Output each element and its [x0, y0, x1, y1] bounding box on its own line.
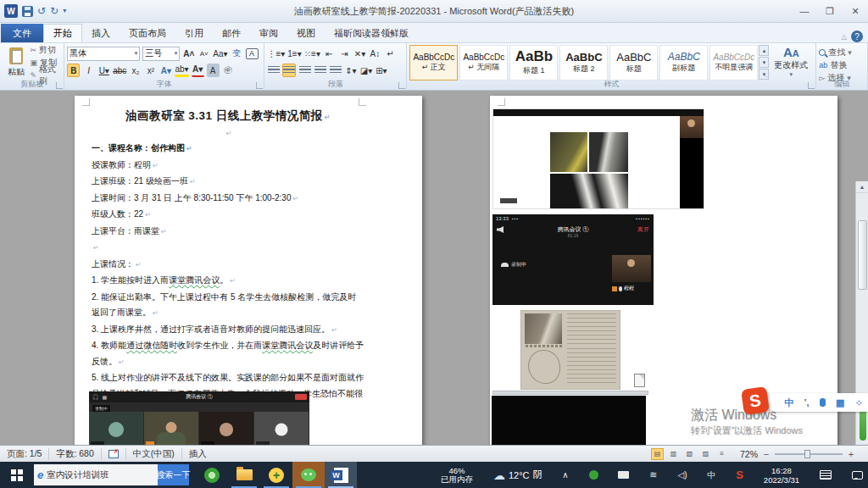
zoom-slider[interactable] [775, 453, 843, 455]
styles-gallery-scroll[interactable]: ▲▼▼̱ [759, 45, 769, 80]
zoom-out-button[interactable]: − [761, 449, 771, 459]
file-tab[interactable]: 文件 [1, 24, 43, 42]
numbering-button[interactable]: 1≡▾ [287, 47, 301, 60]
taskbar-app-explorer[interactable] [228, 462, 260, 488]
bold-button[interactable]: B [67, 64, 80, 77]
scrollbar-thumb[interactable] [858, 220, 867, 290]
ime-indicator[interactable]: 中 [707, 469, 715, 481]
underline-button[interactable]: U▾ [97, 64, 110, 77]
insert-mode-indicator[interactable]: 插入 [182, 448, 214, 460]
style-item-标题1[interactable]: AaBb标题 1 [509, 45, 558, 80]
punctuation-icon[interactable]: ’, [804, 397, 809, 408]
message-list-icon[interactable] [820, 470, 832, 480]
line-spacing-button[interactable]: ⇕▾ [344, 64, 357, 77]
taskbar-app-utility[interactable]: + [260, 462, 292, 488]
tab-开始[interactable]: 开始 [43, 24, 82, 42]
zoom-level[interactable]: 72% [740, 449, 758, 459]
taskbar-clock[interactable]: 16:28 2022/3/31 [764, 466, 799, 485]
text-effects-button[interactable]: A▾ [159, 64, 172, 77]
tab-引用[interactable]: 引用 [175, 24, 213, 42]
web-layout-view-button[interactable]: ▧ [683, 448, 696, 460]
zoom-in-button[interactable]: + [846, 449, 856, 459]
sogou-tray-icon[interactable]: S [736, 469, 743, 481]
volume-icon[interactable]: ◁) [677, 470, 687, 480]
replace-button[interactable]: ab替换 [819, 60, 865, 71]
minimize-button[interactable]: — [792, 3, 817, 19]
strikethrough-button[interactable]: abc [113, 64, 126, 77]
search-go-button[interactable]: 搜索一下 [158, 464, 189, 485]
redo-icon[interactable]: ↻ [50, 6, 58, 16]
weather-widget[interactable]: ☁ 12°C 阴 [493, 469, 542, 482]
tab-页面布局[interactable]: 页面布局 [120, 24, 175, 42]
change-styles-button[interactable]: AA 更改样式 ▾ [769, 44, 813, 81]
maximize-button[interactable]: ❐ [817, 3, 843, 19]
italic-button[interactable]: I [82, 64, 95, 77]
taskbar-app-word[interactable] [325, 462, 357, 488]
tray-expand-icon[interactable]: ∧ [562, 470, 568, 480]
shading-button[interactable]: ◪▾ [359, 64, 372, 77]
show-marks-button[interactable]: ↵ [384, 47, 397, 60]
language-indicator[interactable]: 中文(中国) [126, 448, 182, 460]
superscript-button[interactable]: x² [144, 64, 157, 77]
collapse-ribbon-icon[interactable]: △ [842, 33, 847, 41]
soft-keyboard-icon[interactable]: ▦ [836, 397, 844, 408]
style-item-副标题[interactable]: AaBbC副标题 [659, 45, 708, 80]
taskbar-app-wechat[interactable] [292, 462, 325, 488]
proofing-status[interactable] [102, 448, 126, 460]
ime-toolbar[interactable]: 中 ’, ▦ ⁘ [767, 393, 868, 412]
style-item-标题2[interactable]: AaBbC标题 2 [559, 45, 608, 80]
start-button[interactable] [0, 462, 34, 488]
tray-green-app-icon[interactable] [589, 470, 598, 480]
tab-邮件[interactable]: 邮件 [213, 24, 250, 42]
mic-icon[interactable] [820, 398, 826, 407]
tab-视图[interactable]: 视图 [287, 24, 325, 42]
increase-indent-button[interactable]: ⇥ [338, 47, 351, 60]
outline-view-button[interactable]: ▨ [699, 448, 712, 460]
subscript-button[interactable]: x₂ [129, 64, 142, 77]
character-shading-button[interactable]: A [207, 64, 220, 77]
font-dialog-launcher[interactable] [256, 82, 263, 89]
wifi-icon[interactable]: ≋ [649, 469, 657, 480]
save-icon[interactable] [22, 6, 33, 17]
style-item-不明显强调[interactable]: AaBbCcDc不明显强调 [709, 45, 758, 80]
paste-button[interactable]: 粘贴 [3, 45, 31, 80]
taskbar-search-input[interactable]: e 室内设计培训班 [34, 464, 158, 485]
character-border-icon[interactable]: A [246, 48, 259, 59]
style-item-正文[interactable]: AaBbCcDc↵ 正文 [409, 45, 458, 80]
clipboard-dialog-launcher[interactable] [56, 82, 63, 89]
sogou-logo-icon[interactable]: S [741, 386, 770, 415]
page-indicator[interactable]: 页面: 1/5 [0, 448, 49, 460]
tab-审阅[interactable]: 审阅 [250, 24, 287, 42]
change-case-button[interactable]: Aa▾ [213, 47, 227, 60]
shrink-font-button[interactable]: A˅ [198, 47, 210, 60]
notification-center-icon[interactable] [852, 471, 863, 480]
multilevel-list-button[interactable]: ⁙≡▾ [304, 47, 320, 60]
sort-button[interactable]: A↕ [369, 47, 381, 60]
qat-dropdown-icon[interactable]: ▾ [63, 6, 66, 16]
word-count[interactable]: 字数: 680 [49, 448, 101, 460]
undo-icon[interactable]: ↺ [37, 6, 46, 16]
style-item-标题[interactable]: AaBbC标题 [609, 45, 658, 80]
align-center-button[interactable] [282, 64, 296, 77]
justify-button[interactable] [314, 64, 326, 77]
styles-dialog-launcher[interactable] [808, 82, 815, 89]
tab-福昕阅读器领鲜版[interactable]: 福昕阅读器领鲜版 [325, 24, 418, 42]
decrease-indent-button[interactable]: ⇤ [323, 47, 336, 60]
tab-插入[interactable]: 插入 [82, 24, 120, 42]
align-right-button[interactable] [298, 64, 311, 77]
zoom-slider-thumb[interactable] [804, 450, 810, 458]
asian-layout-button[interactable]: ✕▾ [353, 47, 366, 60]
font-size-select[interactable]: 三号▾ [142, 47, 180, 61]
find-button[interactable]: 查找▾ [819, 47, 865, 58]
tray-card-icon[interactable] [618, 471, 629, 479]
phonetic-guide-icon[interactable]: 变 [231, 47, 243, 60]
font-name-select[interactable]: 黑体▾ [67, 47, 140, 61]
paragraph-dialog-launcher[interactable] [398, 82, 405, 89]
grow-font-button[interactable]: A˄ [182, 47, 195, 60]
cut-button[interactable]: ✂剪切 [31, 44, 62, 55]
ime-mode-icon[interactable]: 中 [784, 396, 793, 409]
scrollbar-up-icon[interactable]: ▲ [856, 181, 868, 193]
document-page-1[interactable]: 油画教研室 3.31 日线上教学情况简报一、课程名称：创作构图授课教师：程明上课… [75, 96, 422, 445]
taskbar-app-browser360[interactable] [196, 462, 228, 488]
borders-button[interactable]: ⊞▾ [375, 64, 387, 77]
